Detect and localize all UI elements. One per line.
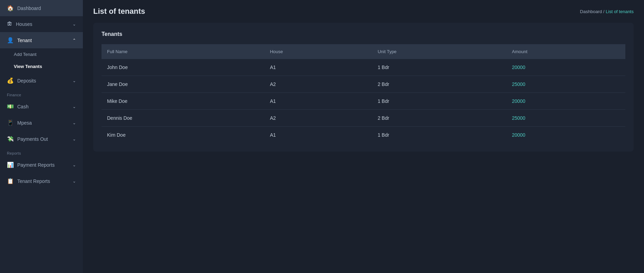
col-full-name: Full Name (102, 44, 265, 59)
sidebar-subitem-view-tenants[interactable]: View Tenants (0, 60, 83, 72)
sidebar-item-payments-out[interactable]: 💸 Payments Out ⌄ (0, 131, 83, 147)
breadcrumb-current[interactable]: List of tenants (606, 9, 634, 14)
breadcrumb-home: Dashboard (580, 9, 602, 14)
sidebar-item-deposits[interactable]: 💰 Deposits ⌄ (0, 72, 83, 89)
cell-full-name: Mike Doe (102, 93, 265, 110)
mpesa-icon: 📱 (7, 119, 14, 126)
table-body: John DoeA11 Bdr20000Jane DoeA22 Bdr25000… (102, 59, 625, 143)
table-row: John DoeA11 Bdr20000 (102, 59, 625, 76)
sidebar-payment-reports-label: Payment Reports (17, 162, 55, 168)
sidebar-tenant-reports-label: Tenant Reports (17, 178, 50, 184)
sidebar-item-tenant-reports[interactable]: 📋 Tenant Reports ⌄ (0, 173, 83, 189)
payments-out-icon: 💸 (7, 136, 14, 142)
sidebar-mpesa-label: Mpesa (17, 120, 32, 126)
sidebar-deposits-label: Deposits (17, 78, 36, 84)
sidebar-item-tenant[interactable]: 👤 Tenant ⌃ (0, 32, 83, 48)
cell-unit-type: 1 Bdr (372, 59, 507, 76)
table-row: Dennis DoeA22 Bdr25000 (102, 110, 625, 127)
payments-out-chevron-icon: ⌄ (73, 137, 76, 142)
cell-amount: 25000 (506, 110, 625, 127)
view-tenants-label: View Tenants (14, 64, 42, 69)
sidebar-houses-label: Houses (16, 21, 32, 27)
content-area: Tenants Full Name House Unit Type Amount… (83, 23, 644, 273)
sidebar-payments-out-label: Payments Out (17, 136, 48, 142)
mpesa-chevron-icon: ⌄ (73, 120, 76, 125)
cell-unit-type: 2 Bdr (372, 110, 507, 127)
col-unit-type: Unit Type (372, 44, 507, 59)
cell-house: A1 (265, 59, 372, 76)
cell-amount: 20000 (506, 59, 625, 76)
col-house: House (265, 44, 372, 59)
cell-amount: 25000 (506, 76, 625, 93)
tenant-reports-chevron-icon: ⌄ (73, 179, 76, 184)
tenants-card: Tenants Full Name House Unit Type Amount… (93, 23, 634, 152)
tenant-icon: 👤 (7, 37, 14, 43)
table-row: Mike DoeA11 Bdr20000 (102, 93, 625, 110)
cell-full-name: Kim Doe (102, 127, 265, 144)
sidebar-cash-label: Cash (17, 104, 29, 109)
houses-chevron-icon: ⌄ (73, 22, 76, 27)
cell-house: A1 (265, 93, 372, 110)
cell-amount: 20000 (506, 127, 625, 144)
tenants-table: Full Name House Unit Type Amount John Do… (102, 44, 625, 143)
cell-amount: 20000 (506, 93, 625, 110)
table-row: Kim DoeA11 Bdr20000 (102, 127, 625, 144)
page-title: List of tenants (93, 7, 145, 16)
houses-icon: 🏚 (7, 21, 12, 27)
sidebar-item-houses[interactable]: 🏚 Houses ⌄ (0, 16, 83, 32)
breadcrumb: Dashboard / List of tenants (580, 9, 634, 14)
cell-unit-type: 1 Bdr (372, 127, 507, 144)
deposits-chevron-icon: ⌄ (73, 78, 76, 83)
cell-unit-type: 1 Bdr (372, 93, 507, 110)
table-header: Full Name House Unit Type Amount (102, 44, 625, 59)
cell-full-name: Dennis Doe (102, 110, 265, 127)
sidebar-subitem-add-tenant[interactable]: Add Tenant (0, 48, 83, 60)
tenants-card-title: Tenants (102, 31, 625, 37)
cell-house: A2 (265, 76, 372, 93)
col-amount: Amount (506, 44, 625, 59)
reports-section-label: Reports (0, 147, 83, 157)
table-row: Jane DoeA22 Bdr25000 (102, 76, 625, 93)
add-tenant-label: Add Tenant (14, 52, 37, 57)
sidebar-item-mpesa[interactable]: 📱 Mpesa ⌄ (0, 115, 83, 131)
payment-reports-chevron-icon: ⌄ (73, 163, 76, 167)
table-header-row: Full Name House Unit Type Amount (102, 44, 625, 59)
main-content: List of tenants Dashboard / List of tena… (83, 0, 644, 273)
tenant-reports-icon: 📋 (7, 178, 14, 184)
sidebar-item-dashboard[interactable]: 🏠 Dashboard (0, 0, 83, 16)
payment-reports-icon: 📊 (7, 162, 14, 168)
cell-house: A2 (265, 110, 372, 127)
sidebar-item-cash[interactable]: 💵 Cash ⌄ (0, 98, 83, 115)
dashboard-icon: 🏠 (7, 5, 14, 11)
tenant-chevron-icon: ⌃ (73, 38, 76, 43)
sidebar-item-payment-reports[interactable]: 📊 Payment Reports ⌄ (0, 157, 83, 173)
breadcrumb-separator: / (603, 9, 606, 14)
cell-unit-type: 2 Bdr (372, 76, 507, 93)
cell-full-name: Jane Doe (102, 76, 265, 93)
cash-icon: 💵 (7, 103, 14, 110)
topbar: List of tenants Dashboard / List of tena… (83, 0, 644, 23)
cash-chevron-icon: ⌄ (73, 104, 76, 109)
sidebar-tenant-label: Tenant (17, 38, 32, 43)
cell-house: A1 (265, 127, 372, 144)
sidebar-dashboard-label: Dashboard (17, 6, 41, 11)
deposits-icon: 💰 (7, 77, 14, 84)
cell-full-name: John Doe (102, 59, 265, 76)
finance-section-label: Finance (0, 89, 83, 98)
sidebar: 🏠 Dashboard 🏚 Houses ⌄ 👤 Tenant ⌃ Add Te… (0, 0, 83, 273)
